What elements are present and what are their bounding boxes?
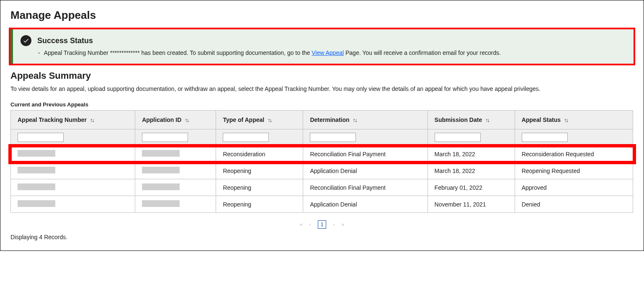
cell-determination: Application Denial — [303, 163, 428, 179]
table-row: Reopening Application Denial November 11… — [11, 196, 634, 213]
cell-status: Reconsideration Requested — [515, 146, 633, 163]
col-tracking-number: Appeal Tracking Number — [18, 116, 87, 123]
pagination-prev[interactable]: ‹ — [309, 221, 311, 227]
sort-icon[interactable]: ↑↓ — [268, 117, 271, 123]
pagination: « ‹ 1 › » — [10, 220, 634, 229]
cell-status: Denied — [515, 196, 633, 213]
col-type-of-appeal: Type of Appeal — [223, 116, 264, 123]
alert-mid1: has been created. To submit supporting d… — [141, 49, 310, 56]
cell-status: Reopening Requested — [515, 163, 633, 179]
filter-type[interactable] — [223, 133, 269, 142]
alert-mid2: Page. You will receive a confirmation em… — [345, 49, 501, 56]
filter-date[interactable] — [435, 133, 481, 142]
sort-icon[interactable]: ↑↓ — [353, 117, 356, 123]
cell-type: Reopening — [216, 163, 303, 179]
filter-tracking-number[interactable] — [18, 133, 64, 142]
redacted-tracking-number[interactable] — [18, 183, 55, 190]
cell-date: November 11, 2021 — [428, 196, 515, 213]
table-row: Reconsideration Reconciliation Final Pay… — [11, 146, 634, 163]
sort-icon[interactable]: ↑↓ — [564, 117, 568, 123]
cell-determination: Reconciliation Final Payment — [303, 179, 428, 196]
col-submission-date: Submission Date — [435, 116, 482, 123]
alert-prefix: Appeal Tracking Number — [44, 49, 108, 56]
cell-date: February 01, 2022 — [428, 179, 515, 196]
record-count: Displaying 4 Records. — [10, 234, 634, 240]
cell-date: March 18, 2022 — [428, 163, 515, 179]
alert-highlight: Success Status - Appeal Tracking Number … — [10, 29, 634, 64]
pagination-last[interactable]: » — [341, 221, 344, 227]
col-determination: Determination — [310, 116, 349, 123]
check-circle-icon — [21, 35, 31, 46]
redacted-application-id — [142, 167, 180, 173]
alert-masked-number: ************* — [110, 49, 140, 56]
redacted-application-id — [142, 200, 180, 207]
redacted-tracking-number[interactable] — [18, 167, 55, 173]
cell-type: Reopening — [216, 179, 303, 196]
cell-status: Approved — [515, 179, 633, 196]
cell-determination: Reconciliation Final Payment — [303, 146, 428, 163]
appeals-table: Appeal Tracking Number ↑↓ Application ID… — [10, 110, 634, 213]
redacted-tracking-number[interactable] — [18, 200, 55, 207]
table-row: Reopening Application Denial March 18, 2… — [11, 163, 634, 179]
sort-icon[interactable]: ↑↓ — [90, 117, 94, 123]
filter-application-id[interactable] — [142, 133, 188, 142]
sort-icon[interactable]: ↑↓ — [485, 117, 489, 123]
table-caption: Current and Previous Appeals — [10, 101, 634, 108]
success-alert: Success Status - Appeal Tracking Number … — [10, 29, 634, 64]
cell-determination: Application Denial — [303, 196, 428, 213]
redacted-application-id — [142, 150, 180, 157]
pagination-next[interactable]: › — [333, 221, 335, 227]
filter-determination[interactable] — [310, 133, 356, 142]
cell-type: Reconsideration — [216, 146, 303, 163]
alert-title: Success Status — [37, 36, 93, 45]
col-appeal-status: Appeal Status — [522, 116, 561, 123]
view-appeal-link[interactable]: View Appeal — [312, 49, 344, 56]
alert-body: - Appeal Tracking Number ************* h… — [38, 49, 626, 56]
cell-date: March 18, 2022 — [428, 146, 515, 163]
pagination-first[interactable]: « — [300, 221, 303, 227]
page-title: Manage Appeals — [10, 9, 634, 22]
appeals-summary-text: To view details for an appeal, upload su… — [10, 85, 634, 92]
filter-status[interactable] — [522, 133, 568, 142]
table-row: Reopening Reconciliation Final Payment F… — [11, 179, 634, 196]
col-application-id: Application ID — [142, 116, 181, 123]
appeals-summary-heading: Appeals Summary — [10, 70, 634, 81]
redacted-application-id — [142, 183, 180, 190]
pagination-page-1[interactable]: 1 — [318, 220, 326, 229]
sort-icon[interactable]: ↑↓ — [185, 117, 188, 123]
cell-type: Reopening — [216, 196, 303, 213]
redacted-tracking-number[interactable] — [18, 150, 55, 157]
